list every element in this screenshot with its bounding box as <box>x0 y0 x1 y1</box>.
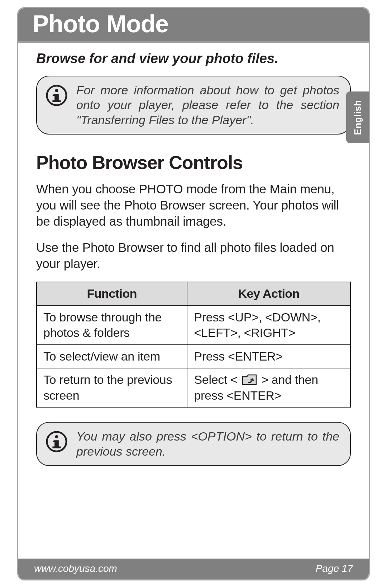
footer-url: www.cobyusa.com <box>34 563 117 574</box>
table-cell-function: To return to the previous screen <box>37 368 187 407</box>
table-header-function: Function <box>37 282 187 306</box>
svg-point-3 <box>55 436 58 439</box>
language-tab: English <box>346 91 370 143</box>
language-tab-label: English <box>353 100 364 135</box>
info-callout-transfer: For more information about how to get ph… <box>36 76 351 135</box>
footer-page-number: Page 17 <box>316 563 353 574</box>
page-header-bar: Photo Mode <box>18 8 369 43</box>
table-row: To return to the previous screen Select … <box>37 368 350 407</box>
table-cell-action: Select < > and then press <ENTER> <box>187 368 350 407</box>
page-subtitle: Browse for and view your photo files. <box>36 51 351 66</box>
table-cell-action: Press <UP>, <DOWN>, <LEFT>, <RIGHT> <box>187 306 350 345</box>
manual-page: Photo Mode English Browse for and view y… <box>17 7 370 580</box>
page-footer: www.cobyusa.com Page 17 <box>18 559 369 579</box>
info-icon <box>46 84 68 107</box>
action-text-pre: Select < <box>194 373 241 386</box>
info-callout-option: You may also press <OPTION> to return to… <box>36 422 351 466</box>
info-text-option: You may also press <OPTION> to return to… <box>76 429 339 459</box>
section-para-1: When you choose PHOTO mode from the Main… <box>36 181 351 229</box>
section-para-2: Use the Photo Browser to find all photo … <box>36 240 351 272</box>
return-folder-icon <box>242 373 257 386</box>
table-cell-function: To browse through the photos & folders <box>37 306 187 345</box>
page-title: Photo Mode <box>33 10 354 38</box>
page-content: Browse for and view your photo files. Fo… <box>18 43 369 466</box>
controls-table: Function Key Action To browse through th… <box>36 282 351 408</box>
table-cell-action: Press <ENTER> <box>187 345 350 368</box>
table-header-keyaction: Key Action <box>187 282 350 306</box>
info-icon <box>46 431 68 453</box>
table-row: To browse through the photos & folders P… <box>37 306 350 345</box>
section-title: Photo Browser Controls <box>36 152 351 173</box>
table-header-row: Function Key Action <box>37 282 350 306</box>
info-text-transfer: For more information about how to get ph… <box>76 83 339 127</box>
table-row: To select/view an item Press <ENTER> <box>37 345 350 368</box>
svg-point-1 <box>55 89 58 92</box>
table-cell-function: To select/view an item <box>37 345 187 368</box>
